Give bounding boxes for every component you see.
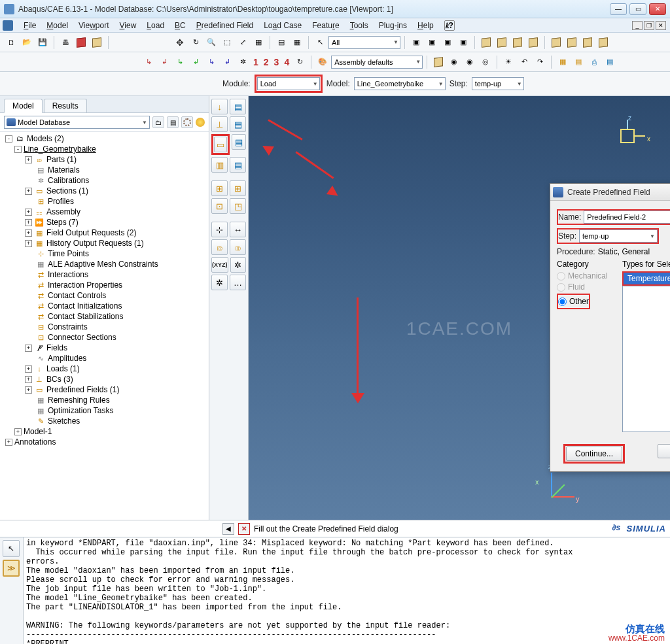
menu-view[interactable]: View bbox=[115, 21, 142, 30]
menu-load-case[interactable]: Load Case bbox=[258, 21, 307, 30]
axis-2[interactable]: 2 bbox=[262, 57, 271, 67]
render1-icon[interactable] bbox=[479, 35, 493, 50]
menu-bc[interactable]: BC bbox=[169, 21, 191, 30]
filter-icon[interactable]: 🗀 bbox=[152, 116, 164, 128]
annot1-icon[interactable]: ☀ bbox=[501, 55, 516, 69]
tb-predef-create-icon[interactable]: ▭ bbox=[214, 137, 227, 152]
tb-asm1-icon[interactable]: ⊞ bbox=[211, 180, 228, 196]
tb-mesh1-icon[interactable]: ✲ bbox=[211, 275, 228, 290]
persp4-icon[interactable] bbox=[596, 35, 610, 50]
prompt-cancel-button[interactable]: ✕ bbox=[238, 523, 250, 535]
menu-predefined-field[interactable]: Predefined Field bbox=[191, 21, 258, 30]
render2-icon[interactable] bbox=[495, 35, 509, 50]
annot3-icon[interactable]: ↷ bbox=[533, 55, 547, 69]
prompt-prev-button[interactable]: ◀ bbox=[222, 523, 234, 535]
fit-icon[interactable]: ⤢ bbox=[236, 35, 250, 50]
cycle-view-icon[interactable]: ↻ bbox=[292, 55, 307, 69]
grid2-icon[interactable]: ▦ bbox=[290, 35, 304, 50]
persp3-icon[interactable] bbox=[580, 35, 595, 50]
tb-loadcase-create-icon[interactable]: ▥ bbox=[211, 157, 228, 173]
tree-item-line-geom[interactable]: Line_Geometrybaike bbox=[24, 144, 96, 154]
menu-tools[interactable]: Tools bbox=[345, 21, 374, 30]
tb-asm2-icon[interactable]: ⊞ bbox=[230, 180, 246, 196]
tb-bc-create-icon[interactable]: ⊥ bbox=[211, 116, 228, 132]
db1-icon[interactable] bbox=[74, 35, 88, 50]
db2-icon[interactable] bbox=[90, 35, 104, 50]
csys-x-y-icon[interactable]: ↲ bbox=[157, 55, 171, 69]
tb-loadcase-manage-icon[interactable]: ▤ bbox=[230, 157, 246, 173]
tb-asm3-icon[interactable]: ⊡ bbox=[211, 198, 228, 214]
toggle-models[interactable]: - bbox=[5, 135, 12, 143]
layer3-icon[interactable]: ◉ bbox=[463, 55, 477, 69]
type-temperature[interactable]: Temperature bbox=[624, 273, 670, 284]
save-icon[interactable]: 💾 bbox=[35, 35, 50, 50]
select-filter-combo[interactable]: All bbox=[328, 36, 400, 49]
module-combo[interactable]: Load bbox=[257, 77, 320, 90]
csys-iso-icon[interactable]: ✲ bbox=[236, 55, 250, 69]
continue-button[interactable]: Continue... bbox=[566, 447, 622, 461]
msg-tool-2[interactable]: ≫ bbox=[3, 560, 20, 577]
menu-model[interactable]: Model bbox=[41, 21, 73, 30]
tb-xyz-icon[interactable]: (XYZ) bbox=[211, 257, 228, 273]
model-tree[interactable]: -🗂Models (2) -Line_Geometrybaike +⎄Parts… bbox=[0, 132, 209, 520]
minimize-button[interactable]: — bbox=[610, 3, 627, 15]
expand-icon[interactable]: ▤ bbox=[167, 116, 179, 128]
viewport[interactable]: z x 1CAE.COM z y x bbox=[249, 96, 670, 520]
vis4-icon[interactable]: ▣ bbox=[456, 35, 470, 50]
pan-icon[interactable]: ✥ bbox=[173, 35, 187, 50]
step-combo[interactable]: temp-up bbox=[472, 77, 524, 90]
color-scheme-combo[interactable]: Assembly defaults bbox=[331, 56, 423, 69]
csys-x-z-icon[interactable]: ↳ bbox=[173, 55, 187, 69]
model-combo[interactable]: Line_Geometrybaike bbox=[354, 77, 446, 90]
dlg-step-combo[interactable]: temp-up bbox=[579, 229, 658, 243]
axis-1[interactable]: 1 bbox=[251, 57, 260, 67]
layer1-icon[interactable] bbox=[431, 55, 446, 69]
tb-mesh2-icon[interactable]: … bbox=[230, 275, 246, 290]
cancel-button[interactable]: Cancel bbox=[658, 444, 670, 458]
tb-bc-manage-icon[interactable]: ▤ bbox=[230, 116, 246, 132]
new-icon[interactable]: 🗋 bbox=[4, 35, 18, 50]
persp1-icon[interactable] bbox=[549, 35, 563, 50]
tab-model[interactable]: Model bbox=[4, 99, 43, 113]
doc-minimize-button[interactable]: _ bbox=[632, 21, 643, 30]
vis1-icon[interactable]: ▣ bbox=[409, 35, 423, 50]
bulb-icon[interactable] bbox=[196, 118, 205, 127]
q3-icon[interactable]: ⎙ bbox=[587, 55, 601, 69]
context-help-icon[interactable]: 𝑘? bbox=[444, 20, 455, 31]
tb-pt1-icon[interactable]: ⊹ bbox=[211, 222, 228, 237]
tb-load-create-icon[interactable]: ↓ bbox=[211, 99, 228, 114]
render4-icon[interactable] bbox=[526, 35, 540, 50]
doc-restore-button[interactable]: ❐ bbox=[644, 21, 654, 30]
csys-y-z-icon[interactable]: ↲ bbox=[220, 55, 234, 69]
tb-pt3-icon[interactable]: ⎄ bbox=[211, 239, 228, 255]
menu-plugins[interactable]: Plug-ins bbox=[374, 21, 412, 30]
menu-load[interactable]: Load bbox=[141, 21, 169, 30]
axis-4[interactable]: 4 bbox=[282, 57, 291, 67]
settings-icon[interactable] bbox=[181, 116, 193, 128]
message-log[interactable]: in keyword *ENDPART, file "daoxian.inp",… bbox=[24, 537, 670, 644]
zoom-icon[interactable]: 🔍 bbox=[204, 35, 219, 50]
tb-predef-manage-icon[interactable]: ▤ bbox=[232, 134, 246, 150]
print-icon[interactable]: 🖶 bbox=[58, 35, 73, 50]
grid1-icon[interactable]: ▤ bbox=[274, 35, 289, 50]
tb-csys2-icon[interactable]: ✲ bbox=[230, 257, 247, 273]
tb-asm4-icon[interactable]: ◳ bbox=[230, 198, 246, 214]
color-palette-icon[interactable]: 🎨 bbox=[315, 55, 330, 69]
tab-results[interactable]: Results bbox=[44, 99, 87, 112]
maximize-button[interactable]: ▭ bbox=[629, 3, 646, 15]
menu-viewport[interactable]: Viewport bbox=[73, 21, 115, 30]
menu-feature[interactable]: Feature bbox=[307, 21, 344, 30]
tb-pt2-icon[interactable]: ↔ bbox=[230, 222, 246, 237]
msg-tool-1[interactable]: ↖ bbox=[3, 540, 20, 557]
toggle-model[interactable]: - bbox=[14, 146, 22, 153]
csys-z-x-icon[interactable]: ↲ bbox=[188, 55, 203, 69]
render3-icon[interactable] bbox=[510, 35, 525, 50]
tb-pt4-icon[interactable]: ⎄ bbox=[230, 239, 246, 255]
csys-z-y-icon[interactable]: ↳ bbox=[204, 55, 219, 69]
layer4-icon[interactable]: ◎ bbox=[478, 55, 493, 69]
vis3-icon[interactable]: ▣ bbox=[440, 35, 455, 50]
db-combo[interactable]: Model Database bbox=[4, 116, 150, 129]
open-icon[interactable]: 📂 bbox=[20, 35, 34, 50]
rotate-icon[interactable]: ↻ bbox=[188, 35, 203, 50]
annot2-icon[interactable]: ↶ bbox=[517, 55, 531, 69]
